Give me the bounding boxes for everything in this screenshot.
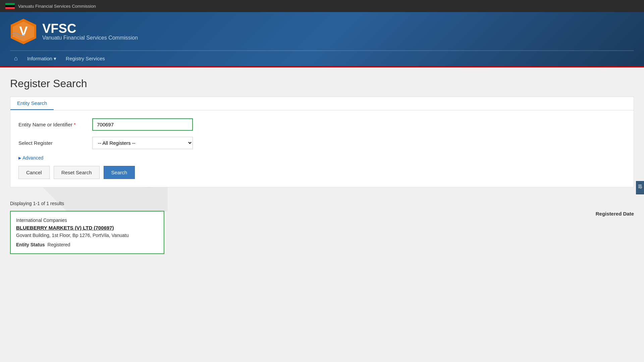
- result-category: International Companies: [16, 218, 158, 223]
- flag-icon: [5, 3, 15, 9]
- entity-name-row: Entity Name or Identifier*: [18, 118, 626, 131]
- nav-home[interactable]: ⌂: [10, 53, 22, 64]
- button-row: Cancel Reset Search Search: [18, 166, 626, 179]
- select-register-label: Select Register: [18, 140, 92, 146]
- search-form: Entity Name or Identifier* Select Regist…: [10, 110, 634, 187]
- register-select[interactable]: -- All Registers -- International Compan…: [92, 137, 193, 149]
- result-status-label: Entity Status: [16, 242, 45, 247]
- registered-date-header: Registered Date: [596, 211, 634, 217]
- results-count: Displaying 1-1 of 1 results: [10, 201, 634, 206]
- result-name[interactable]: BLUEBERRY MARKETS (V) LTD (700697): [16, 225, 158, 231]
- svg-text:V: V: [19, 24, 28, 38]
- tabs: Entity Search: [10, 97, 634, 110]
- result-status-value: Registered: [48, 242, 70, 247]
- advanced-toggle[interactable]: Advanced: [18, 155, 626, 161]
- page-title: Register Search: [10, 77, 634, 90]
- logo-full-name: Vanuatu Financial Services Commission: [42, 35, 138, 41]
- entity-name-label: Entity Name or Identifier*: [18, 122, 92, 127]
- main-content: SANUYTIN ONLINE Register Search Entity S…: [0, 67, 644, 264]
- logo-initials: VFSC: [42, 22, 138, 35]
- result-address: Govant Building, 1st Floor, Bp 1276, Por…: [16, 233, 158, 238]
- result-card: International Companies BLUEBERRY MARKET…: [10, 211, 164, 254]
- search-button[interactable]: Search: [104, 166, 135, 179]
- header: V VFSC Vanuatu Financial Services Commis…: [0, 12, 644, 66]
- logo-text: VFSC Vanuatu Financial Services Commissi…: [42, 22, 138, 41]
- search-box: Entity Search Entity Name or Identifier*…: [10, 97, 634, 187]
- cancel-button[interactable]: Cancel: [18, 166, 50, 179]
- results-container: International Companies BLUEBERRY MARKET…: [10, 211, 634, 254]
- nav-information[interactable]: Information ▾: [23, 54, 60, 64]
- nav-bar: ⌂ Information ▾ Registry Services: [10, 50, 634, 66]
- tab-entity-search[interactable]: Entity Search: [10, 97, 54, 110]
- nav-registry-services[interactable]: Registry Services: [62, 54, 109, 63]
- reset-button[interactable]: Reset Search: [54, 166, 100, 179]
- result-status-row: Entity Status Registered: [16, 242, 158, 247]
- vfsc-logo: V: [10, 18, 37, 45]
- required-star: *: [74, 122, 76, 127]
- logo-container: V VFSC Vanuatu Financial Services Commis…: [10, 18, 138, 45]
- top-bar: Vanuatu Financial Services Commission: [0, 0, 644, 12]
- entity-name-input[interactable]: [92, 118, 193, 131]
- org-name: Vanuatu Financial Services Commission: [18, 4, 96, 9]
- select-register-row: Select Register -- All Registers -- Inte…: [18, 137, 626, 149]
- advanced-row: Advanced: [18, 155, 626, 161]
- results-section: Displaying 1-1 of 1 results Internationa…: [10, 201, 634, 254]
- side-panel-icon[interactable]: [636, 181, 644, 194]
